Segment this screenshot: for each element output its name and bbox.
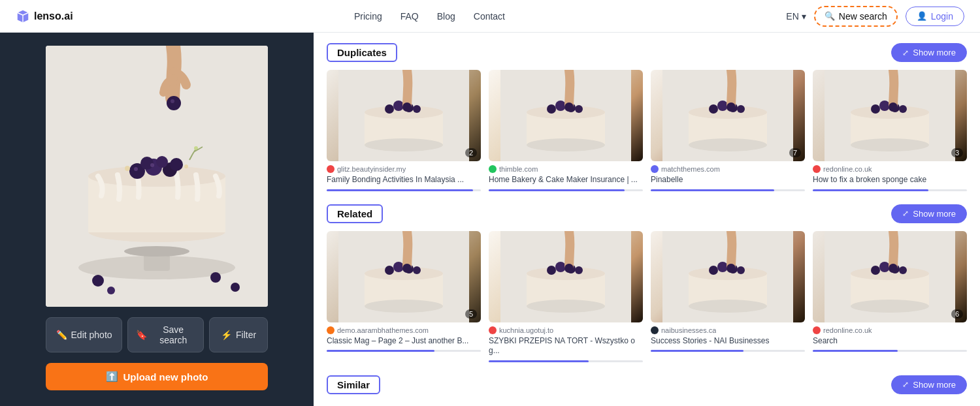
source-name: matchthemes.com: [661, 165, 720, 173]
source-favicon: [813, 165, 821, 173]
svg-point-64: [385, 266, 394, 275]
progress-bar: [813, 189, 967, 191]
login-button[interactable]: 👤 Login: [906, 7, 964, 26]
edit-photo-button[interactable]: ✏️ Edit photo: [46, 317, 122, 352]
image-card[interactable]: 3redonline.co.ukHow to fix a broken spon…: [813, 70, 967, 191]
source-name: kuchnia.ugotuj.to: [499, 326, 553, 334]
image-card[interactable]: 5demo.aarambhathemes.comClassic Mag – Pa…: [327, 231, 481, 362]
progress-bar: [489, 360, 643, 362]
svg-point-17: [167, 96, 181, 110]
svg-point-47: [717, 101, 728, 111]
thumbnail-image: [651, 231, 805, 322]
edit-icon: ✏️: [56, 330, 67, 340]
thumbnail-svg: [813, 70, 967, 161]
progress-fill: [651, 350, 743, 352]
svg-point-73: [547, 266, 556, 275]
nav-faq[interactable]: FAQ: [400, 11, 419, 22]
section-duplicates: Duplicates⤢Show more 2glitz.beautyinside…: [327, 43, 967, 191]
progress-fill: [651, 189, 774, 191]
show-more-related-button[interactable]: ⤢Show more: [891, 204, 967, 223]
svg-point-49: [737, 105, 745, 113]
thumbnail-svg: [489, 70, 643, 161]
nav-blog[interactable]: Blog: [437, 11, 455, 22]
edit-photo-label: Edit photo: [71, 330, 112, 340]
image-card[interactable]: 7matchthemes.comPinabelle: [651, 70, 805, 191]
thumbnail-image: [651, 70, 805, 161]
image-card[interactable]: thimble.comHome Bakery & Cake Maker Insu…: [489, 70, 643, 191]
count-badge: 2: [465, 148, 477, 157]
svg-point-94: [899, 266, 907, 274]
svg-point-83: [717, 262, 728, 272]
progress-fill: [327, 350, 434, 352]
logo-icon: [16, 9, 30, 23]
svg-point-38: [555, 101, 566, 111]
main-nav: Pricing FAQ Blog Contact: [354, 11, 505, 22]
expand-icon: ⤢: [902, 380, 909, 389]
image-card[interactable]: kuchnia.ugotuj.toSZYBKI PRZEPIS NA TORT …: [489, 231, 643, 362]
show-more-label: Show more: [913, 380, 956, 390]
svg-point-55: [871, 104, 880, 114]
card-title: SZYBKI PRZEPIS NA TORT - Wszystko o g...: [489, 336, 643, 356]
svg-point-56: [879, 101, 890, 111]
svg-point-27: [365, 138, 443, 151]
thumbnail-image: [327, 70, 481, 161]
new-search-button[interactable]: 🔍 New search: [814, 6, 898, 27]
section-similar: Similar⤢Show more: [327, 375, 967, 394]
thumbnail-image: [327, 231, 481, 322]
progress-fill: [489, 360, 589, 362]
source-favicon: [651, 165, 659, 173]
thumbnail-svg: [327, 70, 481, 161]
upload-new-photo-button[interactable]: ⬆️ Upload new photo: [46, 363, 268, 390]
svg-point-85: [737, 266, 745, 274]
search-icon: 🔍: [825, 11, 835, 21]
section-related: Related⤢Show more 5demo.aarambhathemes.c…: [327, 204, 967, 362]
progress-fill: [813, 189, 928, 191]
show-more-duplicates-button[interactable]: ⤢Show more: [891, 43, 967, 62]
logo[interactable]: lenso.ai: [16, 9, 73, 23]
svg-point-54: [851, 138, 929, 151]
section-label-similar: Similar: [327, 375, 380, 394]
svg-point-82: [709, 266, 718, 275]
filter-icon: ⚡: [221, 330, 232, 340]
source-line: thimble.com: [489, 165, 643, 173]
source-line: kuchnia.ugotuj.to: [489, 326, 643, 334]
left-panel: ✏️ Edit photo 🔖 Save search ⚡ Filter ⬆️ …: [0, 33, 314, 406]
svg-point-67: [413, 266, 421, 274]
svg-point-45: [689, 138, 767, 151]
svg-point-22: [107, 287, 115, 294]
svg-point-28: [385, 104, 394, 114]
image-thumbnail: [651, 231, 805, 322]
progress-bar: [813, 350, 967, 352]
show-more-similar-button[interactable]: ⤢Show more: [891, 375, 967, 394]
thumbnail-svg: [327, 231, 481, 322]
photo-container: [46, 46, 268, 307]
lang-selector[interactable]: EN ▾: [786, 11, 806, 22]
logo-text: lenso.ai: [34, 10, 73, 22]
count-badge: 3: [951, 148, 963, 157]
expand-icon: ⤢: [902, 48, 909, 57]
progress-fill: [813, 350, 898, 352]
svg-point-58: [899, 105, 907, 113]
bookmark-icon: 🔖: [136, 330, 147, 340]
image-card[interactable]: 2glitz.beautyinsider.myFamily Bonding Ac…: [327, 70, 481, 191]
filter-label: Filter: [236, 330, 256, 340]
nav-contact[interactable]: Contact: [474, 11, 505, 22]
thumbnail-image: [489, 231, 643, 322]
image-card[interactable]: 6redonline.co.ukSearch: [813, 231, 967, 362]
source-favicon: [327, 326, 335, 334]
image-card[interactable]: naibusinesses.caSuccess Stories - NAI Bu…: [651, 231, 805, 362]
image-thumbnail: [489, 231, 643, 322]
save-search-button[interactable]: 🔖 Save search: [127, 317, 204, 352]
count-badge: 7: [789, 148, 801, 157]
right-panel[interactable]: Duplicates⤢Show more 2glitz.beautyinside…: [314, 33, 980, 406]
login-label: Login: [931, 11, 953, 22]
progress-fill: [327, 189, 473, 191]
svg-point-72: [527, 300, 605, 313]
nav-pricing[interactable]: Pricing: [354, 11, 382, 22]
svg-point-15: [125, 166, 130, 171]
svg-point-19: [92, 275, 104, 287]
chevron-down-icon: ▾: [802, 11, 806, 22]
filter-button[interactable]: ⚡ Filter: [209, 317, 268, 352]
svg-point-77: [564, 264, 574, 273]
thumbnail-image: [489, 70, 643, 161]
